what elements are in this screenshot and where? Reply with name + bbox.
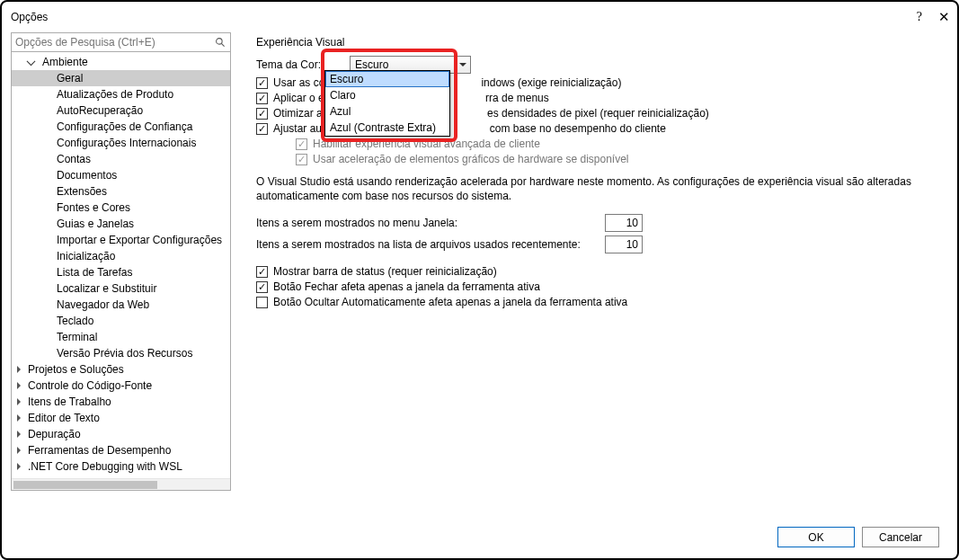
tree-listatarefas[interactable]: Lista de Tarefas bbox=[12, 264, 230, 280]
chk-ajustar-auto[interactable] bbox=[256, 123, 268, 135]
tree-projetos[interactable]: Projetos e Soluções bbox=[12, 361, 230, 378]
content-panel: Experiência Visual Tema da Cor: Escuro U… bbox=[231, 32, 948, 491]
tree-contas[interactable]: Contas bbox=[12, 151, 230, 167]
help-icon[interactable]: ? bbox=[917, 10, 922, 24]
itens-recentes-label: Itens a serem mostrados na lista de arqu… bbox=[256, 238, 605, 251]
theme-opt-escuro[interactable]: Escuro bbox=[325, 71, 449, 87]
chk-habilitar-exp bbox=[296, 138, 307, 150]
tree-guiasjanelas[interactable]: Guias e Janelas bbox=[12, 216, 230, 232]
tree-ferramentasdesemp[interactable]: Ferramentas de Desempenho bbox=[12, 442, 230, 458]
tree-navegador[interactable]: Navegador da Web bbox=[12, 297, 230, 313]
chk-fechar[interactable] bbox=[256, 281, 268, 293]
chk-usar-label-right: indows (exige reinicialização) bbox=[481, 76, 621, 89]
tree-internacionais[interactable]: Configurações Internacionais bbox=[12, 135, 230, 151]
tree-inicializacao[interactable]: Inicialização bbox=[12, 248, 230, 264]
theme-label: Tema da Cor: bbox=[256, 58, 342, 71]
tree-localizar[interactable]: Localizar e Substituir bbox=[12, 280, 230, 297]
tree-netcoredbg[interactable]: .NET Core Debugging with WSL bbox=[12, 458, 230, 475]
search-icon bbox=[214, 36, 226, 49]
itens-janela-input[interactable] bbox=[605, 214, 643, 232]
tree-codigofonte[interactable]: Controle do Código-Fonte bbox=[12, 378, 230, 394]
theme-opt-azulextra[interactable]: Azul (Contraste Extra) bbox=[325, 120, 449, 136]
chk-status-label: Mostrar barra de status (requer reinicia… bbox=[273, 265, 497, 278]
tree-extensoes[interactable]: Extensões bbox=[12, 183, 230, 200]
tree-ambiente[interactable]: Ambiente bbox=[12, 54, 230, 70]
search-input[interactable] bbox=[11, 32, 231, 52]
chk-aplicar-label-right: rra de menus bbox=[485, 92, 549, 104]
sidebar: Ambiente Geral Atualizações de Produto A… bbox=[11, 32, 231, 491]
chk-status-bar[interactable] bbox=[256, 266, 268, 278]
chk-aplicar-estilo[interactable] bbox=[256, 93, 268, 104]
chk-ajustar-label-right: com base no desempenho do cliente bbox=[490, 122, 666, 135]
window-title: Opções bbox=[11, 11, 48, 23]
theme-opt-azul[interactable]: Azul bbox=[325, 103, 449, 120]
chk-otimizar-rend[interactable] bbox=[256, 108, 268, 120]
tree-terminal[interactable]: Terminal bbox=[12, 329, 230, 345]
theme-selected-value: Escuro bbox=[355, 58, 388, 71]
tree-documentos[interactable]: Documentos bbox=[12, 167, 230, 183]
tree-atualizacoes[interactable]: Atualizações de Produto bbox=[12, 86, 230, 102]
tree-autorecup[interactable]: AutoRecuperação bbox=[12, 102, 230, 119]
itens-janela-label: Itens a serem mostrados no menu Janela: bbox=[256, 217, 605, 229]
footer-buttons: OK Cancelar bbox=[777, 527, 939, 547]
tree-fontescores[interactable]: Fontes e Cores bbox=[12, 200, 230, 216]
chk-ocultar-label: Botão Ocultar Automaticamente afeta apen… bbox=[273, 296, 627, 308]
theme-dropdown-list: Escuro Claro Azul Azul (Contraste Extra) bbox=[324, 70, 450, 137]
tree-geral[interactable]: Geral bbox=[12, 70, 230, 86]
tree-confianca[interactable]: Configurações de Confiança bbox=[12, 119, 230, 135]
cancel-button[interactable]: Cancelar bbox=[862, 527, 939, 547]
chk-aceleracao-label: Usar aceleração de elementos gráficos de… bbox=[313, 153, 629, 165]
svg-line-1 bbox=[221, 43, 224, 46]
search-text-input[interactable] bbox=[15, 36, 214, 49]
tree-teclado[interactable]: Teclado bbox=[12, 313, 230, 329]
chk-aceleracao bbox=[296, 154, 307, 165]
chk-ocultar[interactable] bbox=[256, 297, 268, 308]
options-tree: Ambiente Geral Atualizações de Produto A… bbox=[11, 52, 231, 491]
chk-habilitar-label: Habilitar experiência visual avançada de… bbox=[313, 138, 540, 150]
chk-usar-windows[interactable] bbox=[256, 77, 268, 89]
chk-otimizar-label-right: es densidades de pixel (requer reinicial… bbox=[487, 107, 709, 120]
theme-opt-claro[interactable]: Claro bbox=[325, 87, 449, 103]
section-title: Experiência Visual bbox=[256, 36, 946, 49]
close-icon[interactable]: ✕ bbox=[938, 9, 950, 25]
tree-itenstrabalho[interactable]: Itens de Trabalho bbox=[12, 394, 230, 410]
titlebar: Opções ? ✕ bbox=[2, 2, 957, 32]
tree-importarexportar[interactable]: Importar e Exportar Configurações bbox=[12, 232, 230, 248]
itens-recentes-input[interactable] bbox=[605, 236, 643, 253]
tree-depuracao[interactable]: Depuração bbox=[12, 426, 230, 442]
ok-button[interactable]: OK bbox=[777, 527, 855, 547]
chevron-down-icon bbox=[459, 63, 466, 67]
info-text: O Visual Studio está usando renderização… bbox=[256, 174, 939, 203]
tree-editortexto[interactable]: Editor de Texto bbox=[12, 410, 230, 426]
chk-fechar-label: Botão Fechar afeta apenas a janela da fe… bbox=[273, 280, 540, 293]
svg-point-0 bbox=[216, 38, 222, 44]
tree-versaoprevia[interactable]: Versão Prévia dos Recursos bbox=[12, 345, 230, 361]
horizontal-scrollbar[interactable] bbox=[12, 478, 230, 490]
